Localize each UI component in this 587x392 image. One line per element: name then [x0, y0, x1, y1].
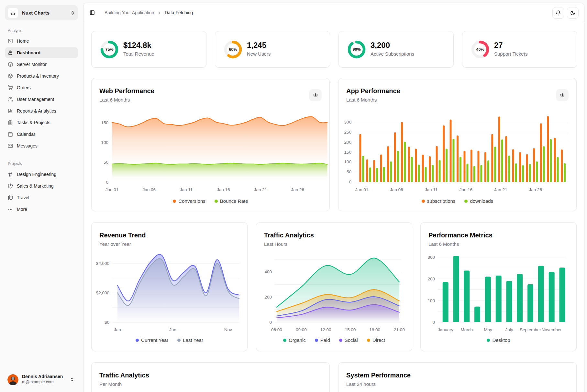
svg-text:May: May [484, 327, 492, 332]
svg-text:Jan 11: Jan 11 [425, 187, 438, 192]
svg-text:100: 100 [344, 159, 351, 164]
svg-text:100: 100 [101, 140, 108, 145]
svg-text:Jan 06: Jan 06 [143, 187, 156, 192]
svg-text:July: July [505, 327, 513, 332]
svg-text:50: 50 [347, 169, 351, 174]
svg-text:$4,000: $4,000 [96, 261, 109, 266]
svg-text:$2,000: $2,000 [96, 290, 109, 295]
svg-text:January: January [438, 327, 453, 332]
svg-text:Jan 01: Jan 01 [105, 187, 119, 192]
svg-text:300: 300 [427, 255, 435, 260]
svg-text:Jan: Jan [114, 327, 121, 332]
svg-text:250: 250 [344, 130, 351, 135]
svg-text:150: 150 [101, 120, 108, 125]
svg-text:50: 50 [104, 160, 108, 165]
svg-text:18:00: 18:00 [369, 327, 380, 332]
svg-text:300: 300 [344, 120, 351, 125]
svg-text:March: March [461, 327, 473, 332]
svg-text:Jan 16: Jan 16 [217, 187, 230, 192]
svg-text:06:00: 06:00 [271, 327, 282, 332]
svg-text:09:00: 09:00 [296, 327, 307, 332]
svg-text:Nov: Nov [224, 327, 232, 332]
svg-text:200: 200 [264, 295, 272, 299]
svg-text:400: 400 [264, 269, 272, 274]
svg-text:15:00: 15:00 [345, 327, 356, 332]
svg-text:$0: $0 [105, 320, 109, 325]
svg-text:0: 0 [432, 320, 435, 325]
svg-text:Jan 26: Jan 26 [529, 187, 542, 192]
svg-text:12:00: 12:00 [320, 327, 331, 332]
svg-text:0: 0 [269, 320, 272, 325]
svg-text:Jan 26: Jan 26 [291, 187, 305, 192]
svg-text:21:00: 21:00 [394, 327, 405, 332]
svg-text:Jun: Jun [169, 327, 176, 332]
svg-text:September: September [520, 327, 541, 332]
svg-text:100: 100 [427, 298, 435, 303]
svg-text:Jan 01: Jan 01 [355, 187, 369, 192]
svg-text:November: November [542, 327, 562, 332]
svg-text:200: 200 [427, 277, 435, 281]
svg-text:Jan 21: Jan 21 [494, 187, 507, 192]
svg-text:Jan 11: Jan 11 [180, 187, 193, 192]
svg-text:0: 0 [349, 180, 351, 184]
svg-text:150: 150 [344, 150, 351, 155]
svg-text:Jan 21: Jan 21 [254, 187, 267, 192]
svg-text:200: 200 [344, 140, 351, 145]
svg-text:Jan 06: Jan 06 [390, 187, 403, 192]
svg-text:0: 0 [106, 180, 108, 185]
svg-text:Jan 16: Jan 16 [460, 187, 473, 192]
